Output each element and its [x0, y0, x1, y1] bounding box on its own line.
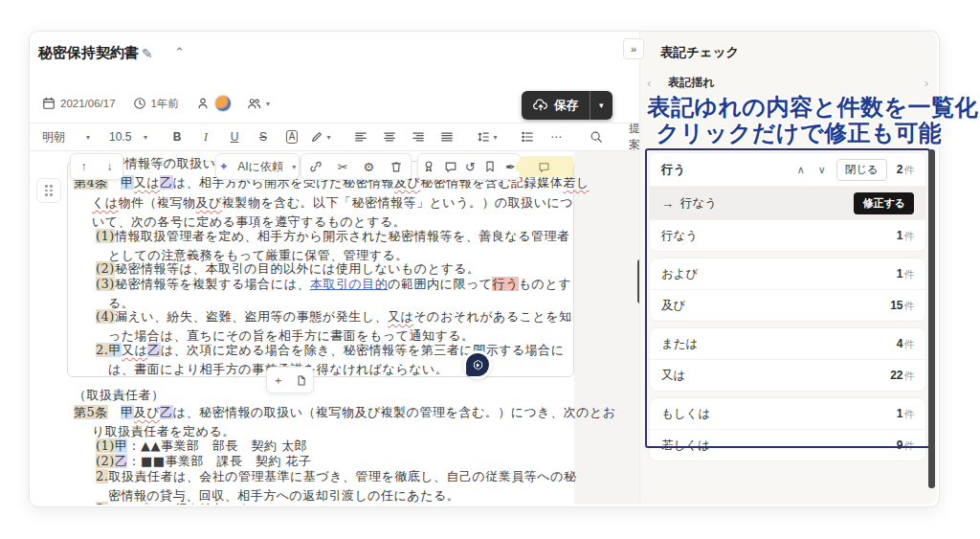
trash-icon[interactable]	[390, 160, 403, 173]
doc-line[interactable]: (2)秘密情報等は、本取引の目的以外には使用しないものとする。	[96, 261, 480, 277]
stamp-icon[interactable]	[422, 160, 435, 173]
next-tab-icon[interactable]: ›	[924, 76, 928, 90]
caret-down-icon: ▾	[292, 163, 296, 171]
block-tools-toolbar: ↺ ✒	[417, 153, 521, 180]
panel-tab-nav: ‹ 表記揺れ ›	[647, 75, 928, 91]
move-down-icon[interactable]: ↓	[107, 160, 113, 173]
doc-line[interactable]: (4)漏えい、紛失、盗難、盗用等の事態が発生し、又はそのおそれがあることを知	[96, 309, 572, 325]
history-icon[interactable]: ↺	[465, 160, 476, 174]
comment-flag[interactable]	[514, 156, 573, 177]
highlight-frame	[645, 148, 930, 448]
editor-gutter	[574, 151, 639, 505]
ai-logo-icon	[466, 353, 489, 376]
bookmark-icon[interactable]	[483, 160, 497, 173]
window-content: 秘密保持契約書 ✎ ⌃ 2021/06/17 1年前 ▾ 保存 ▾ 明朝▾	[0, 0, 980, 539]
link-icon[interactable]	[309, 160, 323, 173]
doc-line[interactable]: (1)甲：▲▲事業部 部長 契約 太郎	[96, 438, 307, 454]
doc-line[interactable]: った場合は、直ちにその旨を相手方に書面をもって通知する。	[108, 328, 475, 344]
insert-toolbar: ＋	[266, 367, 314, 393]
caret-down-icon: ▾	[599, 101, 604, 110]
add-block-icon[interactable]: ＋	[273, 372, 284, 389]
ai-chat-bubble[interactable]	[463, 350, 492, 379]
doc-line[interactable]: (2)乙：■■事業部 課長 契約 花子	[96, 454, 312, 469]
comment-icon[interactable]	[444, 160, 457, 173]
doc-line[interactable]: 2.取扱責任者は、会社の管理基準に基づき、管理を徹底し、自己の従業員等への秘	[96, 469, 576, 484]
cut-icon[interactable]: ✂	[338, 160, 348, 174]
tab-label: 表記揺れ	[668, 75, 924, 91]
doc-line[interactable]: (1)情報取扱管理者を定め、相手方から開示された秘密情報等を、善良なる管理者	[96, 229, 569, 244]
doc-line[interactable]: 2.甲又は乙は、次項に定める場合を除き、秘密情報等を第三者に開示する場合に	[96, 343, 565, 358]
doc-line[interactable]: (3)秘密情報等を複製する場合には、本取引の目的の範囲内に限って行うものとす	[96, 277, 571, 292]
save-caret-button[interactable]: ▾	[590, 91, 612, 120]
doc-line[interactable]: いて、次の各号に定める事項を遵守するものとする。	[92, 214, 406, 230]
document-body[interactable]: （秘密情報等の取扱い）第4条 甲又は乙は、相手方から開示を受けた秘密情報及び秘密…	[0, 0, 574, 539]
panel-title: 表記チェック	[660, 44, 739, 61]
doc-line[interactable]: （取扱責任者）	[74, 388, 165, 403]
prev-tab-icon[interactable]: ‹	[647, 76, 651, 90]
gear-icon[interactable]: ⚙	[364, 160, 375, 174]
doc-line[interactable]: 3.サンプルで行を追加した	[96, 502, 253, 517]
panel-scrollbar[interactable]	[928, 149, 935, 488]
ai-assist-button[interactable]: ✦ AIに依頼 ▾	[215, 153, 300, 180]
move-up-icon[interactable]: ↑	[81, 160, 87, 173]
ai-assist-label: AIに依頼	[237, 159, 283, 175]
block-actions-toolbar: ✂ ⚙	[301, 153, 412, 180]
add-page-icon[interactable]	[295, 374, 307, 387]
sparkle-icon: ✦	[219, 160, 229, 173]
panel-collapse-button[interactable]: »	[623, 38, 644, 59]
move-block-toolbar: ↑ ↓	[70, 153, 123, 180]
doc-line[interactable]: 第5条 甲及び乙は、秘密情報の取扱い（複写物及び複製の管理を含む。）につき、次の…	[74, 405, 616, 420]
doc-line[interactable]: り取扱責任者を定める。	[92, 424, 235, 439]
app-window: 秘密保持契約書 ✎ ⌃ 2021/06/17 1年前 ▾ 保存 ▾ 明朝▾	[0, 0, 980, 539]
doc-line[interactable]: くは物件（複写物及び複製物を含む。以下「秘密情報等」という。）の取扱いにつ	[92, 195, 573, 211]
comment-icon	[538, 161, 550, 173]
search-button[interactable]	[583, 125, 610, 148]
